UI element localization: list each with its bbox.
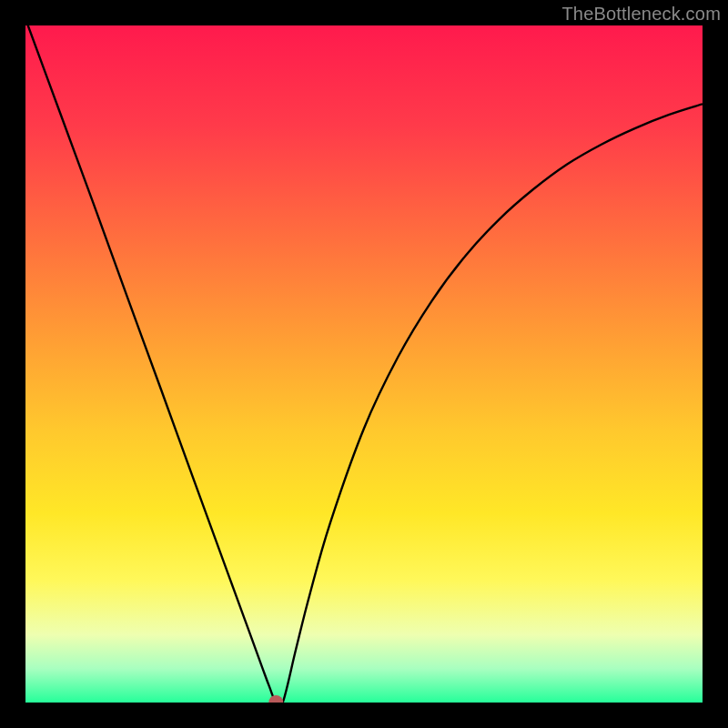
plot-svg [25,25,703,703]
gradient-background [25,25,703,703]
watermark-text: TheBottleneck.com [561,4,721,25]
chart-frame: TheBottleneck.com [0,0,728,728]
plot-area [25,25,703,703]
